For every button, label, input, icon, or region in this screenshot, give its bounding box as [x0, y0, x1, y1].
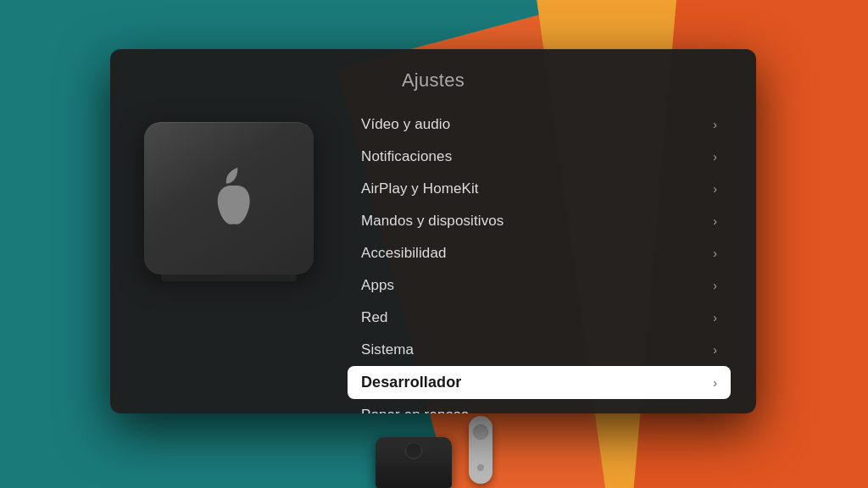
menu-item-notificaciones[interactable]: Notificaciones ›: [348, 141, 731, 173]
chevron-icon-red: ›: [713, 311, 717, 324]
menu-item-label-poner-en-reposo: Poner en reposo: [361, 407, 469, 413]
apple-remote: [469, 416, 492, 484]
menu-item-desarrollador[interactable]: Desarrollador ›: [348, 366, 731, 399]
menu-item-accesibilidad[interactable]: Accesibilidad ›: [348, 237, 731, 269]
chevron-icon-mandos-dispositivos: ›: [713, 214, 717, 228]
chevron-icon-sistema: ›: [713, 343, 717, 357]
menu-list: Vídeo y audio › Notificaciones › AirPlay…: [348, 105, 731, 413]
apple-tv-device: [144, 122, 314, 274]
chevron-icon-desarrollador: ›: [713, 376, 717, 390]
chevron-icon-apps: ›: [713, 279, 717, 292]
menu-item-label-red: Red: [361, 309, 388, 326]
menu-item-mandos-dispositivos[interactable]: Mandos y dispositivos ›: [348, 205, 731, 237]
tv-screen: Ajustes Vídeo y audio › Notificaciones ›…: [110, 49, 756, 413]
menu-item-sistema[interactable]: Sistema ›: [348, 334, 731, 366]
chevron-icon-airplay-homekit: ›: [713, 182, 717, 196]
menu-item-label-notificaciones: Notificaciones: [361, 148, 452, 165]
menu-item-label-video-audio: Vídeo y audio: [361, 116, 450, 133]
screen-content: Vídeo y audio › Notificaciones › AirPlay…: [110, 105, 756, 413]
menu-item-label-apps: Apps: [361, 277, 394, 294]
menu-item-label-accesibilidad: Accesibilidad: [361, 245, 447, 262]
menu-item-apps[interactable]: Apps ›: [348, 269, 731, 302]
chevron-icon-video-audio: ›: [713, 118, 717, 131]
menu-item-airplay-homekit[interactable]: AirPlay y HomeKit ›: [348, 173, 731, 205]
menu-item-red[interactable]: Red ›: [348, 302, 731, 334]
device-illustration: [136, 105, 322, 274]
chevron-icon-accesibilidad: ›: [713, 247, 717, 260]
hardware-area: [376, 416, 492, 488]
menu-item-poner-en-reposo[interactable]: Poner en reposo: [348, 399, 731, 413]
apple-logo-icon: [203, 168, 254, 229]
menu-item-label-sistema: Sistema: [361, 341, 414, 358]
menu-item-label-airplay-homekit: AirPlay y HomeKit: [361, 180, 479, 197]
menu-item-video-audio[interactable]: Vídeo y audio ›: [348, 108, 731, 141]
menu-item-label-desarrollador: Desarrollador: [361, 374, 461, 391]
screen-title: Ajustes: [110, 49, 756, 105]
menu-item-label-mandos-dispositivos: Mandos y dispositivos: [361, 213, 504, 230]
chevron-icon-notificaciones: ›: [713, 150, 717, 164]
apple-tv-box: [376, 437, 452, 488]
